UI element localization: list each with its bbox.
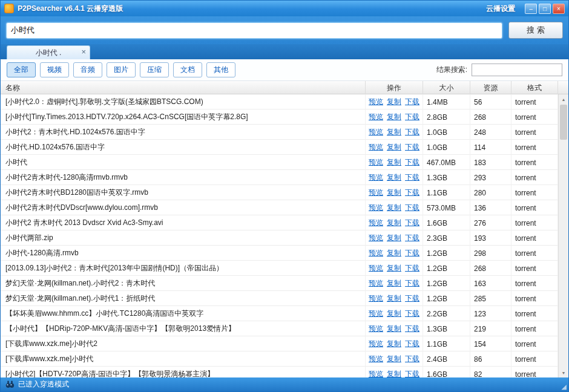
copy-link[interactable]: 复制 (387, 203, 401, 213)
filter-video-button[interactable]: 视频 (40, 62, 69, 77)
scroll-down-icon[interactable]: ▼ (559, 368, 568, 377)
window-controls: – □ × (525, 4, 565, 14)
download-link[interactable]: 下载 (405, 188, 419, 198)
download-link[interactable]: 下载 (405, 203, 419, 213)
download-link[interactable]: 下载 (405, 354, 419, 364)
minimize-button[interactable]: – (525, 4, 537, 14)
preview-link[interactable]: 预览 (369, 218, 383, 228)
copy-link[interactable]: 复制 (387, 157, 401, 168)
filter-audio-button[interactable]: 音频 (73, 62, 102, 77)
preview-link[interactable]: 预览 (369, 354, 383, 364)
copy-link[interactable]: 复制 (387, 369, 401, 377)
table-row[interactable]: 小时代2青木时代BD1280国语中英双字.rmvb 预览 复制 下载 1.1GB… (1, 185, 558, 200)
search-button[interactable]: 搜 索 (508, 22, 563, 39)
preview-link[interactable]: 预览 (369, 263, 383, 273)
download-link[interactable]: 下载 (405, 97, 419, 107)
preview-link[interactable]: 预览 (369, 157, 383, 168)
filter-document-button[interactable]: 文档 (173, 62, 202, 77)
copy-link[interactable]: 复制 (387, 127, 401, 137)
preview-link[interactable]: 预览 (369, 309, 383, 319)
tab-search-result[interactable]: 小时代 . × (7, 45, 90, 59)
title-bar: P2PSearcher v6.4.1 云播穿透版 云播设置 – □ × (1, 1, 568, 16)
table-row[interactable]: [小时代2.0：虚铜时代].郭敬明.文字版(圣城家园BTSCG.COM) 预览 … (1, 94, 558, 109)
download-link[interactable]: 下载 (405, 309, 419, 319)
copy-link[interactable]: 复制 (387, 233, 401, 243)
table-row[interactable]: 小时代2青木时代-1280高清rmvb.rmvb 预览 复制 下载 1.3GB … (1, 170, 558, 185)
download-link[interactable]: 下载 (405, 157, 419, 168)
vertical-scrollbar[interactable]: ▲ ▼ (558, 94, 568, 377)
table-row[interactable]: 小时代2 青木时代 2013 Dvdscr Xvid Ac3-Smy.avi 预… (1, 215, 558, 230)
result-filter-input[interactable] (472, 64, 562, 76)
download-link[interactable]: 下载 (405, 218, 419, 228)
download-link[interactable]: 下载 (405, 293, 419, 304)
copy-link[interactable]: 复制 (387, 142, 401, 152)
download-link[interactable]: 下载 (405, 112, 419, 122)
copy-link[interactable]: 复制 (387, 218, 401, 228)
table-row[interactable]: [小时代]Tiny.Times.2013.HDTV.720p.x264.AC3-… (1, 109, 558, 125)
download-link[interactable]: 下载 (405, 248, 419, 258)
copy-link[interactable]: 复制 (387, 188, 401, 198)
download-link[interactable]: 下载 (405, 263, 419, 273)
filter-all-button[interactable]: 全部 (7, 62, 36, 77)
preview-link[interactable]: 预览 (369, 248, 383, 258)
download-link[interactable]: 下载 (405, 233, 419, 243)
preview-link[interactable]: 预览 (369, 127, 383, 137)
copy-link[interactable]: 复制 (387, 309, 401, 319)
table-row[interactable]: 【坏坏美眉www.hhmm.cc】小时代.TC1280高清国语中英双字 预览 复… (1, 306, 558, 321)
table-row[interactable]: 小时代 预览 复制 下载 467.0MB 183 torrent (1, 155, 558, 170)
preview-link[interactable]: 预览 (369, 278, 383, 289)
preview-link[interactable]: 预览 (369, 324, 383, 334)
table-row[interactable]: 小时代两部.zip 预览 复制 下载 2.3GB 193 torrent (1, 230, 558, 246)
copy-link[interactable]: 复制 (387, 324, 401, 334)
download-link[interactable]: 下载 (405, 172, 419, 183)
table-row[interactable]: 小时代.HD.1024x576.国语中字 预览 复制 下载 1.0GB 114 … (1, 140, 558, 155)
preview-link[interactable]: 预览 (369, 188, 383, 198)
copy-link[interactable]: 复制 (387, 354, 401, 364)
copy-link[interactable]: 复制 (387, 172, 401, 183)
table-row[interactable]: 小时代-1280高清.rmvb 预览 复制 下载 1.2GB 298 torre… (1, 246, 558, 261)
scroll-up-icon[interactable]: ▲ (559, 94, 568, 104)
table-row[interactable]: 【小时代】【HDRip-720P-MKV高清-国语中字】【郭敬明2013爱情片】… (1, 321, 558, 336)
search-input[interactable] (6, 22, 502, 39)
resize-grip[interactable]: ◢ (562, 384, 567, 390)
copy-link[interactable]: 复制 (387, 248, 401, 258)
filter-image-button[interactable]: 图片 (107, 62, 136, 77)
close-button[interactable]: × (553, 4, 565, 14)
copy-link[interactable]: 复制 (387, 278, 401, 289)
download-link[interactable]: 下载 (405, 142, 419, 152)
table-row[interactable]: 小时代2：青木时代.HD.1024x576.国语中字 预览 复制 下载 1.0G… (1, 125, 558, 140)
table-row[interactable]: [下载库www.xzk.me]小时代2 预览 复制 下载 1.1GB 154 t… (1, 336, 558, 351)
download-link[interactable]: 下载 (405, 278, 419, 289)
table-row[interactable]: 梦幻天堂·龙网(killman.net).小时代1：折纸时代 预览 复制 下载 … (1, 291, 558, 306)
header-size: 大小 (423, 81, 470, 94)
filter-archive-button[interactable]: 压缩 (140, 62, 169, 77)
preview-link[interactable]: 预览 (369, 203, 383, 213)
download-link[interactable]: 下载 (405, 339, 419, 349)
preview-link[interactable]: 预览 (369, 172, 383, 183)
preview-link[interactable]: 预览 (369, 112, 383, 122)
copy-link[interactable]: 复制 (387, 293, 401, 304)
copy-link[interactable]: 复制 (387, 97, 401, 107)
scrollbar-thumb[interactable] (560, 105, 567, 140)
table-row[interactable]: [小时代2]【HDTV-720P高清-国语中字】【郭敬明景滴杨幂主演】 预览 复… (1, 367, 558, 377)
copy-link[interactable]: 复制 (387, 263, 401, 273)
table-row[interactable]: 梦幻天堂·龙网(killman.net).小时代2：青木时代 预览 复制 下载 … (1, 276, 558, 291)
table-row[interactable]: [2013.09.13]小时代2：青木时代[2013年中国剧情(HD)]（帝国出… (1, 261, 558, 276)
download-link[interactable]: 下载 (405, 127, 419, 137)
preview-link[interactable]: 预览 (369, 339, 383, 349)
preview-link[interactable]: 预览 (369, 293, 383, 304)
filter-other-button[interactable]: 其他 (206, 62, 235, 77)
preview-link[interactable]: 预览 (369, 233, 383, 243)
download-link[interactable]: 下载 (405, 369, 419, 377)
download-link[interactable]: 下载 (405, 324, 419, 334)
preview-link[interactable]: 预览 (369, 369, 383, 377)
table-row[interactable]: 小时代2青木时代DVDscr[www.dylou.com].rmvb 预览 复制… (1, 200, 558, 215)
cloud-settings-link[interactable]: 云播设置 (486, 4, 515, 14)
copy-link[interactable]: 复制 (387, 112, 401, 122)
maximize-button[interactable]: □ (539, 4, 551, 14)
table-row[interactable]: [下载库www.xzk.me]小时代 预览 复制 下载 2.4GB 86 tor… (1, 351, 558, 367)
preview-link[interactable]: 预览 (369, 142, 383, 152)
preview-link[interactable]: 预览 (369, 97, 383, 107)
copy-link[interactable]: 复制 (387, 339, 401, 349)
tab-close-icon[interactable]: × (81, 46, 86, 58)
